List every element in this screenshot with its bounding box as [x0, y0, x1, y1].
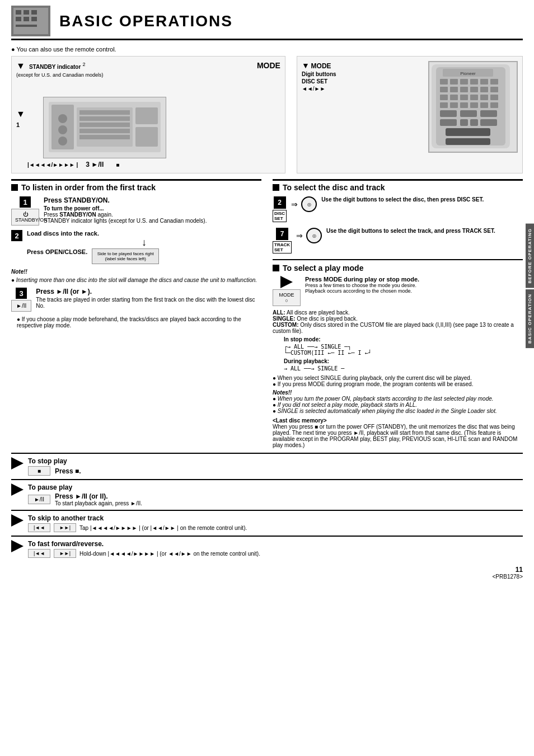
step2-row: 2 Load discs into the rack. ↓ Press OPEN… — [11, 230, 261, 264]
disc-set-desc: Use the digit buttons to select the disc… — [321, 196, 523, 203]
mode-icon-box: MODE○ — [273, 289, 301, 306]
svg-rect-19 — [79, 123, 130, 127]
listen-title: To listen in order from the first track — [11, 183, 261, 192]
digit-buttons-label: Digit buttons — [302, 71, 428, 77]
skip-content: To skip to another track |◄◄ ►►| Tap |◄◄… — [28, 514, 523, 532]
fast-fwd-icon: ►►| — [54, 549, 76, 558]
disc-orientation-note: Side to be played faces right (label sid… — [92, 248, 159, 264]
mode-right-label: MODE — [311, 62, 331, 70]
svg-text:Pioneer: Pioneer — [460, 71, 476, 76]
svg-rect-4 — [31, 10, 37, 15]
device-image — [43, 97, 166, 158]
svg-point-14 — [58, 114, 67, 123]
note-section: Note!! ● Inserting more than one disc in… — [11, 269, 261, 283]
pause-icon: ►/II — [28, 495, 50, 504]
disc-dial-icon: ◎ — [301, 196, 317, 212]
left-device-diagram: ▼ STANDBY indicator 2 (except for U.S. a… — [11, 56, 285, 173]
svg-rect-41 — [470, 95, 478, 100]
svg-rect-45 — [450, 102, 458, 108]
step2-content: Load discs into the rack. ↓ Press OPEN/C… — [27, 230, 261, 264]
svg-rect-43 — [490, 95, 498, 100]
step1-content: Press STANDBY/ON. To turn the power off.… — [44, 196, 261, 224]
step1-row: 1 ⏻ STANDBY/ON Press STANDBY/ON. To turn… — [11, 196, 261, 226]
stop-icon: ■ — [28, 466, 50, 476]
svg-rect-33 — [450, 87, 458, 92]
svg-rect-37 — [490, 87, 498, 92]
svg-rect-50 — [440, 110, 457, 117]
svg-rect-6 — [24, 17, 29, 21]
svg-rect-56 — [480, 119, 497, 126]
svg-point-15 — [58, 125, 67, 134]
track-dial-icon: ◎ — [306, 228, 322, 243]
before-operating-tab: BEFORE OPERATING — [526, 224, 534, 288]
track-select-graphic: ⇒ ◎ — [296, 228, 322, 243]
svg-rect-48 — [480, 102, 488, 108]
disc-set-row: 2 DISCSET ⇒ ◎ Use the digit buttons to s… — [273, 196, 523, 222]
pause-arrow — [11, 483, 24, 496]
remote-note: ● You can also use the remote control. — [11, 46, 523, 53]
pause-content: To pause play ►/II Press ►/II (or II). T… — [28, 483, 523, 506]
basic-operation-tab: BASIC OPERATION — [526, 289, 534, 348]
svg-rect-3 — [24, 10, 29, 15]
svg-rect-18 — [79, 116, 130, 121]
skip-row: To skip to another track |◄◄ ►►| Tap |◄◄… — [11, 510, 523, 534]
svg-rect-39 — [450, 95, 458, 100]
svg-rect-49 — [490, 102, 498, 108]
step3-row: 3 ►/II Press ►/II (or ►). The tracks are… — [11, 288, 261, 312]
side-tabs: BEFORE OPERATING BASIC OPERATION — [526, 224, 534, 348]
svg-rect-53 — [440, 119, 457, 126]
track-set-badge: TRACKSET — [273, 241, 292, 253]
remote-image: Pioneer — [428, 61, 518, 153]
svg-point-16 — [58, 137, 67, 145]
stop-arrow — [11, 457, 24, 469]
disc-set-label: DISC SET — [302, 78, 327, 84]
svg-rect-13 — [135, 127, 158, 147]
track-set-desc: Use the digit buttons to select the trac… — [326, 228, 523, 234]
diagram-area: ▼ STANDBY indicator 2 (except for U.S. a… — [11, 56, 523, 173]
svg-rect-57 — [446, 128, 490, 136]
svg-rect-5 — [16, 17, 21, 21]
disc-set-badge: DISCSET — [273, 210, 287, 222]
mode-arrow — [280, 276, 293, 288]
play-pause-icon: ►/II — [11, 300, 31, 312]
listen-section: To listen in order from the first track … — [11, 179, 261, 448]
svg-rect-54 — [460, 119, 468, 126]
last-disc-memory: <Last disc memory> When you press ■ or t… — [273, 417, 523, 448]
step3-number: 3 — [16, 288, 27, 299]
svg-rect-8 — [16, 25, 37, 27]
play-mode-options: ALL: All discs are played back. SINGLE: … — [273, 309, 523, 334]
svg-rect-20 — [79, 129, 130, 133]
track-step-num: 7 — [276, 228, 288, 240]
stop-content: To stop play ■ Press ■. — [28, 457, 523, 476]
svg-rect-46 — [460, 102, 468, 108]
prb-code: <PRB1278> — [11, 574, 523, 580]
play-mode-section: To select a play mode MODE○ Press MODE d… — [273, 259, 523, 448]
control-buttons: |◄◄◄◄/►►►► | 3 ►/II ■ — [27, 161, 280, 168]
svg-rect-29 — [470, 79, 478, 84]
stop-row: To stop play ■ Press ■. — [11, 453, 523, 478]
fast-back-icon: |◄◄ — [28, 549, 50, 558]
mode-label-diagram: MODE — [257, 61, 280, 70]
svg-rect-31 — [490, 79, 498, 84]
svg-rect-40 — [460, 95, 468, 100]
pause-row: To pause play ►/II Press ►/II (or II). T… — [11, 479, 523, 509]
page-header: BASIC OPERATIONS — [11, 6, 523, 40]
svg-rect-44 — [440, 102, 448, 108]
track-set-row: 7 TRACKSET ⇒ ◎ Use the digit buttons to … — [273, 228, 523, 253]
play-mode-title: To select a play mode — [273, 264, 523, 273]
page-number: 11 — [11, 566, 523, 574]
disc-track-title: To select the disc and track — [273, 183, 523, 192]
bottom-actions: To stop play ■ Press ■. To pause play ►/… — [11, 453, 523, 561]
svg-rect-51 — [460, 110, 477, 117]
disc-select-graphic: ⇒ ◎ — [291, 196, 317, 212]
svg-rect-17 — [79, 110, 130, 115]
main-sections: To listen in order from the first track … — [11, 179, 523, 448]
step1-number: 1 — [20, 196, 31, 208]
playback-flow: During playback: → ALL ──→ SINGLE ─ — [273, 358, 523, 372]
step3-content: Press ►/II (or ►). The tracks are played… — [36, 288, 261, 309]
bottom-left-actions: To stop play ■ Press ■. To pause play ►/… — [11, 453, 523, 561]
svg-rect-34 — [460, 87, 468, 92]
svg-rect-42 — [480, 95, 488, 100]
svg-rect-27 — [450, 79, 458, 84]
svg-rect-30 — [480, 79, 488, 84]
